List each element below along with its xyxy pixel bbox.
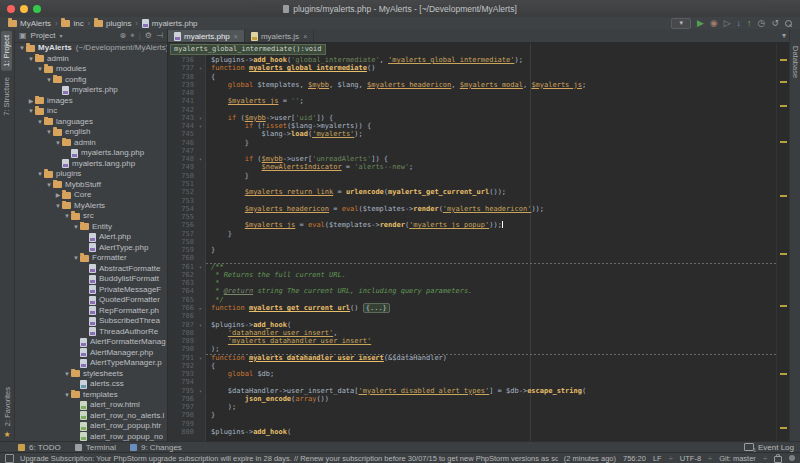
tree-item-english[interactable]: ▼english bbox=[15, 127, 167, 138]
local-history-icon[interactable]: ◷ bbox=[758, 19, 766, 28]
vcs-update-icon[interactable]: ↓ bbox=[737, 19, 742, 28]
expanded-arrow-icon[interactable]: ▼ bbox=[45, 75, 53, 86]
code-line-791[interactable]: 791▾function myalerts_datahandler_user_i… bbox=[168, 354, 777, 362]
close-tab-icon[interactable]: × bbox=[234, 33, 238, 40]
code-line-766[interactable]: 766▸function myalerts_get_current_url() … bbox=[168, 304, 777, 312]
tree-item-myalerts-lang-php[interactable]: myalerts.lang.php bbox=[15, 148, 167, 159]
expanded-arrow-icon[interactable]: ▼ bbox=[63, 390, 71, 401]
expanded-arrow-icon[interactable]: ▼ bbox=[36, 64, 44, 75]
search-everywhere-icon[interactable] bbox=[785, 20, 792, 27]
chevron-down-icon[interactable]: ▾ bbox=[59, 32, 62, 39]
code-line-765[interactable]: 765 */ bbox=[168, 296, 777, 304]
code-line-740[interactable]: 740 bbox=[168, 89, 777, 97]
tree-item-languages[interactable]: ▼languages bbox=[15, 117, 167, 128]
tree-item-alertmanager-php[interactable]: AlertManager.php bbox=[15, 348, 167, 359]
expanded-arrow-icon[interactable]: ▼ bbox=[36, 169, 44, 180]
fold-closed-icon[interactable]: ▸ bbox=[196, 304, 205, 312]
code-line-751[interactable]: 751 bbox=[168, 180, 777, 188]
tree-item-alert_row_popup-htr[interactable]: alert_row_popup.htr bbox=[15, 421, 167, 432]
tree-item-alerts-css[interactable]: alerts.css bbox=[15, 379, 167, 390]
code-line-742[interactable]: 742 bbox=[168, 106, 777, 114]
vcs-branch-selector[interactable]: Git: master bbox=[719, 454, 756, 463]
inspections-indicator-icon[interactable] bbox=[789, 455, 795, 461]
code-line-739[interactable]: 739 global $templates, $mybb, $lang, $my… bbox=[168, 81, 777, 89]
expanded-arrow-icon[interactable]: ▼ bbox=[27, 106, 35, 117]
tab-list-dropdown-icon[interactable]: ▾ bbox=[782, 31, 786, 40]
collapsed-arrow-icon[interactable]: ▶ bbox=[54, 190, 62, 201]
code-line-794[interactable]: 794 bbox=[168, 378, 777, 386]
tool-stripe-7-structure[interactable]: 7: Structure bbox=[1, 73, 12, 120]
tree-item-quotedformatter[interactable]: QuotedFormatter bbox=[15, 295, 167, 306]
code-line-741[interactable]: 741 $myalerts_js = ''; bbox=[168, 97, 777, 105]
code-line-762[interactable]: 762 * Returns the full current URL. bbox=[168, 271, 777, 279]
tree-item-alert_row_popup_no[interactable]: alert_row_popup_no bbox=[15, 432, 167, 442]
code-line-755[interactable]: 755 bbox=[168, 213, 777, 221]
debug-icon[interactable]: ◉ bbox=[710, 19, 718, 28]
expanded-arrow-icon[interactable]: ▼ bbox=[27, 54, 35, 65]
tool-window-button-9-changes[interactable]: 9: Changes bbox=[130, 443, 182, 452]
code-line-743[interactable]: 743▾ if ($mybb->user['uid']) { bbox=[168, 114, 777, 122]
expanded-arrow-icon[interactable]: ▼ bbox=[72, 253, 80, 264]
tree-item-abstractformatte[interactable]: AbstractFormatte bbox=[15, 264, 167, 275]
tree-item-entity[interactable]: ▼Entity bbox=[15, 222, 167, 233]
toolwindow-switcher-icon[interactable] bbox=[5, 454, 14, 463]
code-line-787[interactable]: 787▾$plugins->add_hook( bbox=[168, 321, 777, 329]
tree-item-myalerts-php[interactable]: myalerts.php bbox=[15, 85, 167, 96]
tree-item-admin[interactable]: ▼admin bbox=[15, 138, 167, 149]
fold-open-icon[interactable]: ▾ bbox=[196, 122, 205, 130]
tool-window-button-6-todo[interactable]: 6: TODO bbox=[18, 443, 61, 452]
code-line-745[interactable]: 745 $lang->load('myalerts'); bbox=[168, 130, 777, 138]
fold-open-icon[interactable]: ▾ bbox=[196, 321, 205, 329]
tree-item-subscribedthrea[interactable]: SubscribedThrea bbox=[15, 316, 167, 327]
expanded-arrow-icon[interactable]: ▼ bbox=[54, 138, 62, 149]
code-line-788[interactable]: 788 'datahandler_user_insert', bbox=[168, 329, 777, 337]
run-coverage-icon[interactable]: ▷ bbox=[724, 19, 731, 28]
lock-icon[interactable] bbox=[774, 456, 782, 463]
hide-panel-icon[interactable]: ⊣ bbox=[156, 31, 163, 40]
code-line-793[interactable]: 793 global $db; bbox=[168, 370, 777, 378]
fold-open-icon[interactable]: ▾ bbox=[196, 263, 205, 271]
code-line-797[interactable]: 797 ); bbox=[168, 403, 777, 411]
code-line-756[interactable]: 756 $myalerts_js = eval($templates->rend… bbox=[168, 221, 777, 229]
tree-item-formatter[interactable]: ▼Formatter bbox=[15, 253, 167, 264]
tree-item-privatemessagef[interactable]: PrivateMessageF bbox=[15, 285, 167, 296]
tree-item-mybbstuff[interactable]: ▼MybbStuff bbox=[15, 180, 167, 191]
fold-open-icon[interactable]: ▾ bbox=[196, 155, 205, 163]
code-line-792[interactable]: 792{ bbox=[168, 362, 777, 370]
tree-item-inc[interactable]: ▼inc bbox=[15, 106, 167, 117]
code-line-760[interactable]: 760 bbox=[168, 254, 777, 262]
code-line-795[interactable]: 795▾ $dataHandler->user_insert_data['mya… bbox=[168, 387, 777, 395]
tool-stripe-favorites[interactable]: 2: Favorites bbox=[2, 383, 13, 430]
code-line-757[interactable]: 757 } bbox=[168, 230, 777, 238]
tree-item-stylesheets[interactable]: ▼stylesheets bbox=[15, 369, 167, 380]
code-line-786[interactable]: 786 bbox=[168, 312, 777, 320]
code-line-752[interactable]: 752 $myalerts_return_link = urlencode(my… bbox=[168, 188, 777, 196]
tree-item-alertformattermanag[interactable]: AlertFormatterManag bbox=[15, 337, 167, 348]
code-line-799[interactable]: 799 bbox=[168, 420, 777, 428]
code-line-750[interactable]: 750 } bbox=[168, 172, 777, 180]
tree-item-src[interactable]: ▼src bbox=[15, 211, 167, 222]
breadcrumb-item-myalerts.php[interactable]: myalerts.php bbox=[140, 19, 200, 28]
error-stripe-scrollbar[interactable] bbox=[776, 43, 789, 441]
breadcrumb-item-plugins[interactable]: plugins bbox=[92, 19, 133, 28]
code-editor[interactable]: myalerts_global_intermediate():void 736$… bbox=[168, 43, 789, 441]
tree-item-alerttype-php[interactable]: AlertType.php bbox=[15, 243, 167, 254]
encoding-selector[interactable]: UTF-8 bbox=[680, 454, 701, 463]
run-icon[interactable]: ▶ bbox=[697, 19, 704, 28]
expanded-arrow-icon[interactable]: ▼ bbox=[54, 201, 62, 212]
code-line-749[interactable]: 749 $newAlertsIndicator = 'alerts--new'; bbox=[168, 163, 777, 171]
code-line-798[interactable]: 798} bbox=[168, 411, 777, 419]
tree-item-plugins[interactable]: ▼plugins bbox=[15, 169, 167, 180]
tree-item-alert_row_no_alerts-l[interactable]: alert_row_no_alerts.l bbox=[15, 411, 167, 422]
code-line-763[interactable]: 763 * bbox=[168, 279, 777, 287]
code-line-790[interactable]: 790); bbox=[168, 345, 777, 353]
expanded-arrow-icon[interactable]: ▼ bbox=[36, 117, 44, 128]
tree-item-myalerts[interactable]: ▼MyAlerts(~/Development/MyAlerts) bbox=[15, 43, 167, 54]
tool-stripe-1-project[interactable]: 1: Project bbox=[1, 31, 12, 71]
tree-item-images[interactable]: ▶images bbox=[15, 96, 167, 107]
editor-tab-myalerts-js[interactable]: myalerts.js× bbox=[245, 30, 314, 42]
expanded-arrow-icon[interactable]: ▼ bbox=[63, 369, 71, 380]
vcs-commit-icon[interactable]: ↑ bbox=[747, 19, 752, 28]
settings-gear-icon[interactable]: ⚙ bbox=[145, 31, 152, 40]
scroll-from-source-icon[interactable]: ⌖ bbox=[130, 31, 135, 41]
